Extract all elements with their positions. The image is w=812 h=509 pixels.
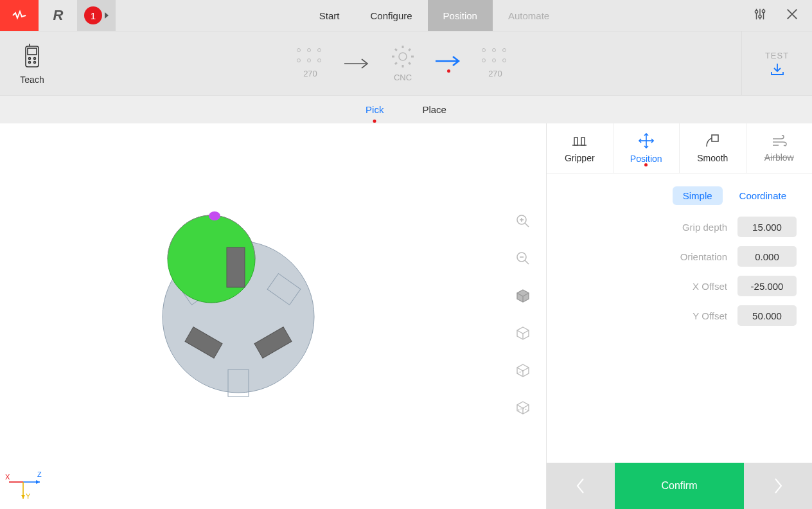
svg-point-10 xyxy=(29,57,31,59)
grid-icon xyxy=(482,48,509,65)
svg-point-4 xyxy=(759,15,761,18)
view-cube-wire-icon[interactable] xyxy=(515,400,531,418)
svg-line-29 xyxy=(525,223,529,227)
grid-icon xyxy=(297,48,324,65)
flow-from: 270 xyxy=(297,48,324,78)
label-grip-depth: Grip depth xyxy=(682,222,727,233)
svg-point-13 xyxy=(34,61,36,63)
sidetab-label: Gripper xyxy=(565,153,595,163)
sliders-icon[interactable] xyxy=(753,7,767,24)
teach-label: Teach xyxy=(20,75,44,85)
mode-coordinate[interactable]: Coordinate xyxy=(729,186,797,205)
arrow-icon xyxy=(343,57,371,70)
gripper-icon xyxy=(571,134,588,148)
test-label: TEST xyxy=(765,51,789,60)
brand-logo: R xyxy=(39,0,77,31)
chevron-right-icon xyxy=(105,12,109,19)
view-cube-hidden-icon[interactable] xyxy=(515,362,531,380)
flow-cnc-label: CNC xyxy=(394,73,412,82)
top-bar-right xyxy=(753,0,812,31)
flow-to: 270 xyxy=(482,48,509,78)
svg-text:Y: Y xyxy=(26,492,31,500)
input-y-offset[interactable] xyxy=(737,305,797,326)
sidetab-airblow: Airblow xyxy=(746,123,813,173)
svg-rect-51 xyxy=(574,138,578,145)
svg-text:Z: Z xyxy=(37,470,42,478)
flow-cnc[interactable]: CNC xyxy=(391,44,415,82)
download-icon xyxy=(770,63,784,76)
input-orientation[interactable] xyxy=(737,246,797,267)
teach-button[interactable]: Teach xyxy=(0,42,64,85)
main-area: Z X Y Gripper Posit xyxy=(0,123,812,509)
field-y-offset: Y Offset xyxy=(562,305,797,326)
active-step-dot xyxy=(447,69,450,73)
svg-point-5 xyxy=(762,10,764,12)
test-button[interactable]: TEST xyxy=(741,31,812,95)
side-tabs: Gripper Position Smooth xyxy=(547,123,812,174)
prev-button[interactable] xyxy=(547,463,615,509)
mode-toggle: Simple Coordinate xyxy=(562,186,797,205)
confirm-button[interactable]: Confirm xyxy=(615,463,744,509)
step-number-badge: 1 xyxy=(84,6,102,24)
svg-rect-27 xyxy=(227,247,245,287)
smooth-icon xyxy=(704,134,721,148)
label-y-offset: Y Offset xyxy=(693,310,727,321)
zoom-out-icon[interactable] xyxy=(515,251,531,269)
tab-place[interactable]: Place xyxy=(422,104,446,115)
field-orientation: Orientation xyxy=(562,246,797,267)
svg-point-12 xyxy=(29,61,31,63)
move-icon xyxy=(638,133,655,148)
svg-point-11 xyxy=(34,57,36,59)
top-bar-left: R 1 xyxy=(0,0,116,31)
logo-letter: R xyxy=(53,7,63,24)
svg-rect-9 xyxy=(28,48,37,55)
label-x-offset: X Offset xyxy=(693,281,727,292)
mode-simple[interactable]: Simple xyxy=(673,186,723,205)
input-grip-depth[interactable] xyxy=(737,217,797,237)
workflow-bar: Teach 270 CNC xyxy=(0,31,812,95)
label-orientation: Orientation xyxy=(680,251,727,262)
nav-configure[interactable]: Configure xyxy=(355,0,428,31)
sidetab-label: Airblow xyxy=(764,152,794,163)
top-bar: R 1 Start Configure Position Automate xyxy=(0,0,812,31)
step-indicator[interactable]: 1 xyxy=(77,0,116,31)
arrow-icon-active xyxy=(434,55,463,67)
panel-footer: Confirm xyxy=(547,463,812,509)
view-cube-outline-icon[interactable] xyxy=(515,325,531,343)
position-panel: Simple Coordinate Grip depth Orientation… xyxy=(547,174,812,463)
sidetab-label: Smooth xyxy=(697,153,728,163)
top-nav: Start Configure Position Automate xyxy=(116,0,753,31)
sidetab-smooth[interactable]: Smooth xyxy=(680,123,746,173)
svg-marker-44 xyxy=(36,480,40,484)
field-grip-depth: Grip depth xyxy=(562,217,797,237)
svg-point-3 xyxy=(755,10,757,13)
sidetab-label: Position xyxy=(630,154,662,164)
sidetab-gripper[interactable]: Gripper xyxy=(547,123,613,173)
field-x-offset: X Offset xyxy=(562,276,797,296)
close-icon[interactable] xyxy=(785,7,799,24)
nav-automate: Automate xyxy=(493,0,565,31)
workflow-diagram: 270 CNC 270 xyxy=(64,44,741,82)
flow-from-label: 270 xyxy=(303,69,317,78)
flow-to-label: 270 xyxy=(488,69,502,78)
svg-point-26 xyxy=(209,211,220,220)
zoom-in-icon[interactable] xyxy=(515,213,531,231)
viewport[interactable]: Z X Y xyxy=(0,123,546,509)
svg-point-16 xyxy=(399,53,407,60)
view-tools xyxy=(515,213,531,418)
side-panel: Gripper Position Smooth xyxy=(546,123,812,509)
input-x-offset[interactable] xyxy=(737,276,797,296)
nav-position[interactable]: Position xyxy=(428,0,493,31)
pick-place-bar: Pick Place xyxy=(0,95,812,123)
view-cube-solid-icon[interactable] xyxy=(515,288,531,306)
svg-text:X: X xyxy=(5,473,10,481)
sidetab-position[interactable]: Position xyxy=(613,123,680,173)
svg-line-33 xyxy=(525,260,529,264)
svg-rect-56 xyxy=(712,135,718,141)
gripper-visualization xyxy=(129,196,335,415)
next-button[interactable] xyxy=(744,463,812,509)
nav-start[interactable]: Start xyxy=(304,0,355,31)
tab-pick[interactable]: Pick xyxy=(366,104,384,115)
home-icon-button[interactable] xyxy=(0,0,39,31)
svg-marker-49 xyxy=(21,495,25,499)
